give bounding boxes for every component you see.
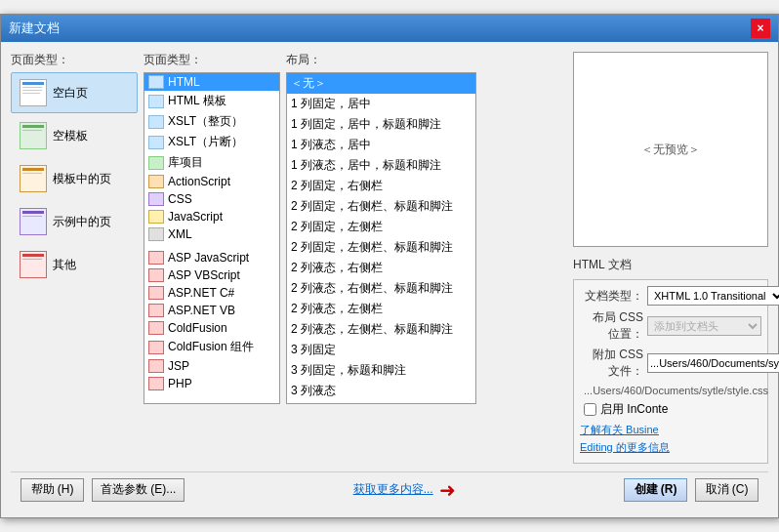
page-type-label: ASP JavaScript — [168, 251, 249, 265]
page-type-item[interactable]: ASP.NET VB — [144, 302, 279, 319]
left-item-template[interactable]: 空模板 — [11, 115, 138, 156]
links-area[interactable]: 了解有关 BusineEditing 的更多信息 — [580, 422, 761, 456]
layouts-list[interactable]: ＜无＞1 列固定，居中1 列固定，居中，标题和脚注1 列液态，居中1 列液态，居… — [286, 72, 476, 404]
left-item-example[interactable]: 示例中的页 — [11, 201, 138, 242]
page-type-label: ColdFusion 组件 — [168, 339, 254, 355]
page-type-item[interactable]: 库项目 — [144, 152, 279, 173]
page-type-item[interactable]: HTML 模板 — [144, 91, 279, 111]
layout-item[interactable]: 1 列固定，居中 — [287, 94, 475, 114]
file-type-icon — [148, 192, 164, 206]
options-area: 文档类型： XHTML 1.0 Transitional XHTML 1.0 S… — [573, 279, 768, 463]
help-button[interactable]: 帮助 (H) — [20, 478, 84, 502]
page-type-label: XML — [168, 227, 192, 241]
preview-label: ＜无预览＞ — [641, 142, 700, 158]
attach-css-label: 附加 CSS 文件： — [580, 347, 643, 380]
close-button[interactable]: × — [751, 19, 770, 38]
page-type-item[interactable]: ASP VBScript — [144, 266, 279, 284]
layouts-column: 布局： ＜无＞1 列固定，居中1 列固定，居中，标题和脚注1 列液态，居中1 列… — [286, 52, 476, 463]
page-type-item[interactable]: PHP — [144, 375, 279, 392]
doc-type-select[interactable]: XHTML 1.0 Transitional XHTML 1.0 Strict … — [647, 286, 779, 306]
layout-item[interactable]: ＜无＞ — [287, 73, 475, 94]
page-type-item[interactable]: CSS — [144, 190, 279, 208]
business-editing-link[interactable]: 了解有关 BusineEditing 的更多信息 — [580, 422, 761, 456]
layout-item[interactable]: 3 列固定，标题和脚注 — [287, 360, 475, 381]
file-type-icon — [148, 156, 164, 170]
left-item-blank[interactable]: 空白页 — [11, 72, 138, 113]
file-type-icon — [148, 286, 164, 300]
page-type-label: ASP.NET C# — [168, 286, 234, 300]
layout-item[interactable]: 2 列液态，右侧栏 — [287, 258, 475, 278]
page-type-label: JavaScript — [168, 210, 223, 224]
doc-type-row: 文档类型： XHTML 1.0 Transitional XHTML 1.0 S… — [580, 286, 761, 306]
page-type-item[interactable]: ActionScript — [144, 173, 279, 190]
page-types-label: 页面类型： — [144, 52, 280, 68]
bottom-bar: 帮助 (H) 首选参数 (E)... 获取更多内容... ➜ 创建 (R) 取消… — [11, 471, 768, 508]
layout-item[interactable]: 1 列液态，居中，标题和脚注 — [287, 155, 475, 176]
incon-label: 启用 InConte — [600, 401, 668, 418]
page-type-item[interactable]: ASP.NET C# — [144, 284, 279, 302]
layout-item[interactable]: 1 列固定，居中，标题和脚注 — [287, 114, 475, 135]
page-type-item[interactable]: ColdFusion — [144, 319, 279, 337]
file-type-icon — [148, 251, 164, 265]
layout-item[interactable]: 2 列固定，右侧栏 — [287, 176, 475, 196]
layout-item[interactable]: 2 列液态，左侧栏 — [287, 299, 475, 319]
page-types-column: 页面类型： HTMLHTML 模板XSLT（整页）XSLT（片断）库项目Acti… — [144, 52, 280, 463]
layout-item[interactable]: 1 列液态，居中 — [287, 135, 475, 155]
layout-item[interactable]: 3 列固定 — [287, 340, 475, 360]
preview-box: ＜无预览＞ — [573, 52, 768, 247]
middle-area: 页面类型： HTMLHTML 模板XSLT（整页）XSLT（片断）库项目Acti… — [144, 52, 567, 463]
page-type-label: ActionScript — [168, 175, 230, 188]
page-type-item[interactable]: JSP — [144, 357, 279, 375]
get-more-link[interactable]: 获取更多内容... — [353, 481, 433, 498]
dialog-title: 新建文档 — [9, 20, 60, 37]
empty-template-icon — [20, 122, 47, 149]
file-type-icon — [148, 136, 164, 149]
layout-item[interactable]: 3 列液态，标题和脚注 — [287, 401, 475, 404]
file-type-icon — [148, 341, 164, 354]
blank-page-icon — [20, 79, 47, 106]
page-type-label: CSS — [168, 192, 192, 206]
file-type-icon — [148, 175, 164, 188]
cancel-button[interactable]: 取消 (C) — [695, 478, 758, 502]
page-type-item[interactable]: HTML — [144, 73, 279, 91]
layout-item[interactable]: 2 列液态，右侧栏、标题和脚注 — [287, 278, 475, 299]
left-panel-label: 页面类型： — [11, 52, 138, 68]
page-type-label: ASP VBScript — [168, 268, 240, 282]
file-type-icon — [148, 115, 164, 129]
page-type-item[interactable]: ColdFusion 组件 — [144, 337, 279, 357]
file-type-icon — [148, 321, 164, 335]
other-icon — [20, 251, 47, 278]
right-panel: ＜无预览＞ HTML 文档 文档类型： XHTML 1.0 Transition… — [573, 52, 768, 463]
bottom-center: 获取更多内容... ➜ — [184, 480, 624, 500]
page-type-label: ASP.NET VB — [168, 304, 235, 317]
page-types-list[interactable]: HTMLHTML 模板XSLT（整页）XSLT（片断）库项目ActionScri… — [144, 72, 280, 404]
left-item-from-template[interactable]: 模板中的页 — [11, 158, 138, 199]
left-item-other[interactable]: 其他 — [11, 244, 138, 285]
page-type-item[interactable]: ASP JavaScript — [144, 249, 279, 266]
page-type-label: JSP — [168, 359, 189, 373]
file-type-icon — [148, 95, 164, 108]
dialog-body: 页面类型： 空白页 — [1, 42, 778, 516]
file-type-icon — [148, 377, 164, 390]
attach-css-row: 附加 CSS 文件： ⊞ × — [580, 347, 761, 380]
layout-css-select[interactable]: 添加到文档头 创建新文件 链接到现有文件 — [647, 316, 761, 336]
layout-item[interactable]: 3 列液态 — [287, 381, 475, 401]
main-area: 页面类型： 空白页 — [11, 52, 768, 463]
create-button[interactable]: 创建 (R) — [624, 478, 687, 502]
layout-item[interactable]: 2 列固定，右侧栏、标题和脚注 — [287, 196, 475, 217]
file-type-icon — [148, 210, 164, 224]
page-type-item[interactable]: XML — [144, 225, 279, 243]
page-type-label: 库项目 — [168, 154, 203, 171]
layout-item[interactable]: 2 列液态，左侧栏、标题和脚注 — [287, 319, 475, 340]
page-type-item[interactable]: JavaScript — [144, 208, 279, 225]
page-type-item[interactable]: XSLT（片断） — [144, 132, 279, 152]
layout-item[interactable]: 2 列固定，左侧栏、标题和脚注 — [287, 237, 475, 258]
css-file-input[interactable] — [647, 353, 779, 373]
from-template-icon — [20, 165, 47, 192]
page-type-item[interactable]: XSLT（整页） — [144, 111, 279, 132]
prefs-button[interactable]: 首选参数 (E)... — [92, 478, 184, 502]
page-type-label: XSLT（片断） — [168, 134, 243, 150]
page-type-label: XSLT（整页） — [168, 113, 243, 130]
incon-checkbox[interactable] — [584, 403, 596, 416]
layout-item[interactable]: 2 列固定，左侧栏 — [287, 217, 475, 237]
